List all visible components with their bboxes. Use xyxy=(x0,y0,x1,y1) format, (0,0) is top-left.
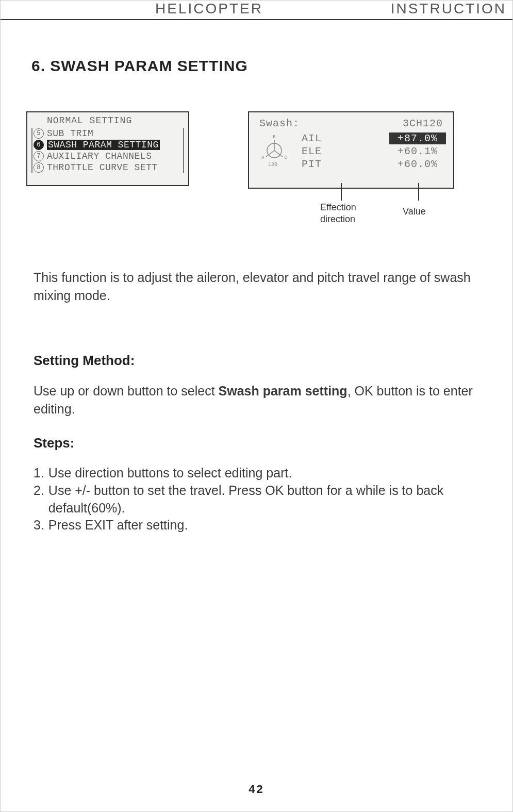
header-right: INSTRUCTION xyxy=(391,1,506,17)
lcd-menu-item: 8THROTTLE CURVE SETT xyxy=(34,162,182,173)
lcd-swash-value: +87.0% xyxy=(389,132,446,144)
section-title: 6. SWASH PARAM SETTING xyxy=(31,57,248,75)
lcd-swash-panel: Swash: 3CH120 B A C 120 AIL+87.0%ELE+60.… xyxy=(248,111,454,189)
lcd-menu-item: 6SWASH PARAM SETTING xyxy=(34,139,182,151)
step-number: 3. xyxy=(34,517,44,534)
lcd-swash-row: AIL+87.0% xyxy=(302,132,446,144)
step-text: Use +/- button to set the travel. Press … xyxy=(48,482,482,517)
lcd-swash-channel: PIT xyxy=(302,158,322,170)
page-number: 42 xyxy=(249,783,264,796)
callout-direction: Effection direction xyxy=(320,202,356,225)
lcd-menu-label: SWASH PARAM SETTING xyxy=(47,140,160,150)
step-item: 2.Use +/- button to set the travel. Pres… xyxy=(34,482,482,517)
lcd-menu-index: 6 xyxy=(34,140,44,150)
lcd-menu-item: 5SUB TRIM xyxy=(34,128,182,139)
setting-method-text: Use up or down button to select Swash pa… xyxy=(34,382,482,418)
svg-text:A: A xyxy=(261,155,264,160)
method-text-a: Use up or down button to select xyxy=(34,384,219,398)
setting-method-heading: Setting Method: xyxy=(34,351,482,370)
lcd-menu-label: AUXILIARY CHANNELS xyxy=(47,151,152,161)
lcd-menu-list: 5SUB TRIM6SWASH PARAM SETTING7AUXILIARY … xyxy=(31,128,184,173)
svg-text:C: C xyxy=(284,155,287,160)
lcd-menu-label: SUB TRIM xyxy=(47,128,93,139)
step-item: 1.Use direction buttons to select editin… xyxy=(34,465,482,482)
lcd-swash-row: ELE+60.1% xyxy=(302,145,446,157)
steps-list: 1.Use direction buttons to select editin… xyxy=(34,465,482,534)
lcd-menu-item: 7AUXILIARY CHANNELS xyxy=(34,151,182,162)
steps-heading: Steps: xyxy=(34,434,482,452)
swash-diagram-icon: B A C 120 xyxy=(256,132,292,170)
lcd-menu-title: NORMAL SETTING xyxy=(31,115,184,126)
callout-line xyxy=(418,183,419,201)
header-left: HELICOPTER xyxy=(155,1,263,17)
step-number: 1. xyxy=(34,465,44,482)
lcd-swash-channel: AIL xyxy=(302,132,322,144)
swash-angle-label: 120 xyxy=(268,162,277,168)
page-header: HELICOPTER INSTRUCTION xyxy=(1,1,512,20)
step-text: Press EXIT after setting. xyxy=(48,517,188,534)
lcd-swash-row: PIT+60.0% xyxy=(302,158,446,170)
lcd-menu-label: THROTTLE CURVE SETT xyxy=(47,162,158,173)
lcd-swash-channel: ELE xyxy=(302,145,322,157)
lcd-swash-value: +60.0% xyxy=(389,158,446,170)
step-number: 2. xyxy=(34,482,44,517)
lcd-swash-value: +60.1% xyxy=(389,145,446,157)
svg-text:B: B xyxy=(273,135,276,140)
lcd-menu-panel: NORMAL SETTING 5SUB TRIM6SWASH PARAM SET… xyxy=(26,111,189,186)
callout-line xyxy=(341,183,342,201)
page: HELICOPTER INSTRUCTION 6. SWASH PARAM SE… xyxy=(0,0,513,812)
step-item: 3.Press EXIT after setting. xyxy=(34,517,482,534)
method-text-bold: Swash param setting xyxy=(219,384,347,398)
lcd-swash-title: Swash: xyxy=(259,118,300,129)
lcd-swash-mode: 3CH120 xyxy=(403,118,443,129)
lcd-menu-index: 8 xyxy=(34,162,44,173)
lcd-menu-index: 7 xyxy=(34,151,44,161)
step-text: Use direction buttons to select editing … xyxy=(48,465,292,482)
callout-value: Value xyxy=(403,206,426,218)
lcd-swash-header: Swash: 3CH120 xyxy=(256,118,446,132)
lcd-swash-body: B A C 120 AIL+87.0%ELE+60.1%PIT+60.0% xyxy=(256,132,446,170)
lcd-menu-index: 5 xyxy=(34,128,44,139)
lcd-swash-table: AIL+87.0%ELE+60.1%PIT+60.0% xyxy=(302,132,446,170)
intro-paragraph: This function is to adjust the aileron, … xyxy=(34,269,482,305)
